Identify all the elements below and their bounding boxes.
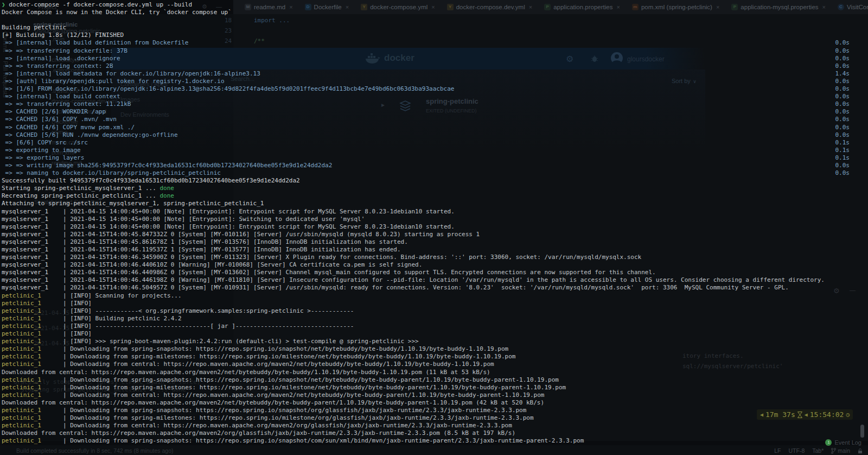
terminal-line: mysqlserver_1| 2021-04-15T14:00:45.86167… xyxy=(2,238,868,246)
terminal-line: ❯ docker-compose -f docker-compose.dev.y… xyxy=(2,1,868,9)
terminal-line: => CACHED [5/6] RUN ./mvnw dependency:go… xyxy=(2,131,868,139)
terminal-line: Attaching to spring-petclinic_mysqlserve… xyxy=(2,200,868,207)
indent-indicator[interactable]: Tab* xyxy=(812,447,824,454)
terminal-line: => => writing image sha256:9495379f7c0c4… xyxy=(2,162,868,169)
terminal-line: => => exporting layers0.1s xyxy=(2,154,868,162)
build-step-duration: 0.0s xyxy=(835,78,850,85)
terminal-line: => => naming to docker.io/library/spring… xyxy=(2,169,868,177)
terminal-line: Downloaded from central: https://repo.ma… xyxy=(2,429,868,437)
terminal-line: Downloaded from central: https://repo.ma… xyxy=(2,399,868,407)
clock-time: 15:54:02 xyxy=(810,410,844,419)
git-branch-name[interactable]: main xyxy=(838,447,850,454)
terminal-line: petclinic_1| [INFO] >>> spring-boot-mave… xyxy=(2,338,868,345)
build-step-duration: 0.1s xyxy=(835,147,850,154)
build-step-duration: 0.1s xyxy=(835,139,850,147)
terminal-line: petclinic_1| [INFO] --------------------… xyxy=(2,323,868,330)
build-step-duration: 0.0s xyxy=(835,100,850,108)
terminal-line: mysqlserver_1| 2021-04-15T14:00:46.44619… xyxy=(2,276,868,284)
scrollbar-thumb[interactable] xyxy=(860,425,864,438)
build-step-duration: 1.4s xyxy=(835,70,850,78)
terminal-line: petclinic_1| [INFO] ------------< org.sp… xyxy=(2,307,868,315)
terminal-line: => => transferring context: 2B0.0s xyxy=(2,62,868,70)
terminal-line: => [internal] load build context0.0s xyxy=(2,93,868,100)
build-step-duration: 0.0s xyxy=(835,108,850,116)
build-step-duration: 0.0s xyxy=(835,162,850,169)
terminal-line: petclinic_1| [INFO] Building petclinic 2… xyxy=(2,315,868,323)
terminal-line: Docker Compose is now in the Docker CLI,… xyxy=(2,9,868,16)
terminal-line: => [internal] load .dockerignore0.0s xyxy=(2,55,868,62)
build-step-duration: 0.0s xyxy=(835,55,850,62)
terminal-line: => CACHED [3/6] COPY .mvn/ .mvn0.0s xyxy=(2,116,868,123)
build-step-duration: 0.0s xyxy=(835,124,850,131)
terminal-line: => CACHED [4/6] COPY mvnw pom.xml ./0.0s xyxy=(2,124,868,131)
build-step-duration: 0.0s xyxy=(835,93,850,100)
clock-icon: ◷ xyxy=(846,411,850,418)
terminal-line: mysqlserver_1| 2021-04-15T14:00:46.50495… xyxy=(2,284,868,292)
build-step-duration: 0.0s xyxy=(835,39,850,47)
terminal-output[interactable]: ❯ docker-compose -f docker-compose.dev.y… xyxy=(0,0,868,446)
terminal-line: mysqlserver_1| 2021-04-15 14:00:45+00:00… xyxy=(2,208,868,216)
terminal-line: mysqlserver_1| 2021-04-15 14:00:45+00:00… xyxy=(2,223,868,231)
build-step-duration: 0.0s xyxy=(835,62,850,70)
terminal-line: petclinic_1| Downloading from spring-sna… xyxy=(2,437,868,445)
terminal-line: => CACHED [2/6] WORKDIR /app0.0s xyxy=(2,108,868,116)
terminal-line: mysqlserver_1| 2021-04-15T14:00:46.11953… xyxy=(2,246,868,254)
terminal-line: => => transferring dockerfile: 37B0.0s xyxy=(2,47,868,55)
git-branch-icon xyxy=(831,448,836,454)
terminal-line: mysqlserver_1| 2021-04-15T14:00:45.84733… xyxy=(2,231,868,238)
terminal-line: [+] Building 1.8s (12/12) FINISHED xyxy=(2,31,868,39)
terminal-line: petclinic_1| Downloading from central: h… xyxy=(2,422,868,429)
triangle-left-icon: ◀ xyxy=(805,412,808,418)
terminal-line: => [1/6] FROM docker.io/library/openjdk:… xyxy=(2,85,868,93)
build-step-duration: 0.0s xyxy=(835,47,850,55)
build-step-duration: 0.0s xyxy=(835,131,850,139)
terminal-line: Downloaded from central: https://repo.ma… xyxy=(2,369,868,376)
terminal-line xyxy=(2,16,868,24)
terminal-line: => exporting to image0.1s xyxy=(2,147,868,154)
terminal-line: petclinic_1| [INFO] Scanning for project… xyxy=(2,292,868,300)
terminal-line: mysqlserver_1| 2021-04-15 14:00:45+00:00… xyxy=(2,216,868,223)
terminal-line: Starting spring-petclinic_mysqlserver_1 … xyxy=(2,185,868,192)
terminal-line: petclinic_1| Downloading from spring-sna… xyxy=(2,407,868,414)
terminal-line: => [internal] load build definition from… xyxy=(2,39,868,47)
terminal-line: Successfully built 9495379f7c0c4f933eda1… xyxy=(2,177,868,185)
hourglass-icon xyxy=(797,412,802,418)
terminal-line: => [6/6] COPY src ./src0.1s xyxy=(2,139,868,147)
elapsed-time: 17m 37s xyxy=(765,410,795,419)
triangle-left-icon: ◀ xyxy=(760,412,763,418)
line-ending-indicator[interactable]: LF xyxy=(774,447,781,454)
terminal-line: petclinic_1| [INFO] xyxy=(2,330,868,338)
terminal-line: Recreating spring-petclinic_petclinic_1 … xyxy=(2,192,868,200)
event-log-badge: 1 xyxy=(825,439,832,446)
event-log-button[interactable]: Event Log xyxy=(834,439,861,446)
terminal-line: petclinic_1| [INFO] xyxy=(2,300,868,307)
terminal-line: petclinic_1| Downloading from spring-mil… xyxy=(2,353,868,361)
terminal-line: petclinic_1| Downloading from spring-sna… xyxy=(2,345,868,353)
screencast-timer-overlay: ◀ 17m 37s ◀ 15:54:02 ◷ xyxy=(757,409,853,420)
terminal-line: Building petclinic xyxy=(2,24,868,31)
encoding-indicator[interactable]: UTF-8 xyxy=(788,447,805,454)
terminal-line: petclinic_1| Downloading from central: h… xyxy=(2,361,868,368)
terminal-line: => => transferring context: 11.21kB0.0s xyxy=(2,100,868,108)
terminal-line: => [internal] load metadata for docker.i… xyxy=(2,70,868,78)
build-step-duration: 0.0s xyxy=(835,116,850,123)
build-status-message: Build completed successfully in 8 sec, 7… xyxy=(16,447,173,454)
build-step-duration: 0.0s xyxy=(835,85,850,93)
build-step-duration: 0.0s xyxy=(835,169,850,177)
terminal-line: mysqlserver_1| 2021-04-15T14:00:46.44061… xyxy=(2,261,868,269)
terminal-line: petclinic_1| Downloading from spring-mil… xyxy=(2,384,868,391)
terminal-line: petclinic_1| Downloading from spring-sna… xyxy=(2,376,868,384)
terminal-line: petclinic_1| Downloading from spring-mil… xyxy=(2,414,868,422)
terminal-line: mysqlserver_1| 2021-04-15T14:00:46.34590… xyxy=(2,254,868,261)
lock-icon[interactable] xyxy=(858,448,863,454)
terminal-line: mysqlserver_1| 2021-04-15T14:00:46.44098… xyxy=(2,269,868,276)
terminal-line: => [auth] library/openjdk:pull token for… xyxy=(2,78,868,85)
terminal-line: petclinic_1| Downloading from central: h… xyxy=(2,391,868,399)
build-step-duration: 0.1s xyxy=(835,154,850,162)
